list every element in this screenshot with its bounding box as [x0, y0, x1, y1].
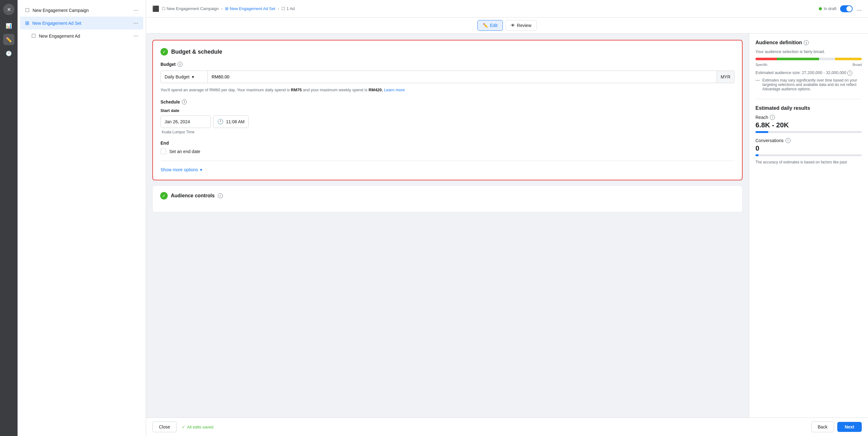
- review-eye-icon: 👁: [510, 23, 515, 28]
- audience-note: 〰 Estimates may vary significantly over …: [755, 78, 862, 91]
- start-time-input[interactable]: 🕐 11:08 AM: [213, 115, 249, 128]
- audience-definition-section: Audience definition i Your audience sele…: [755, 40, 862, 91]
- accuracy-note: The accuracy of estimates is based on fa…: [755, 160, 862, 164]
- breadcrumb-ad[interactable]: ☐ 1 Ad: [281, 6, 294, 11]
- clock-icon: 🕐: [6, 51, 12, 56]
- breadcrumb: ⬛ ☐ New Engagement Campaign › ⊞ New Enga…: [152, 5, 294, 12]
- top-nav-more-button[interactable]: ...: [857, 5, 862, 12]
- adset-more-button[interactable]: ···: [133, 20, 138, 26]
- main-content: ⬛ ☐ New Engagement Campaign › ⊞ New Enga…: [146, 0, 868, 436]
- learn-more-link[interactable]: Learn more: [384, 88, 405, 92]
- sidebar-item-adset[interactable]: ⊞ New Engagement Ad Set ···: [20, 17, 143, 29]
- budget-info-text: You'll spend an average of RM60 per day.…: [160, 87, 735, 93]
- end-date-checkbox[interactable]: [160, 149, 166, 154]
- sidebar-campaign-label: New Engagement Campaign: [33, 8, 89, 13]
- close-panel-button[interactable]: ✕: [3, 4, 14, 15]
- back-button[interactable]: Back: [811, 422, 834, 432]
- draft-label: In draft: [824, 6, 836, 11]
- sidebar-item-campaign[interactable]: ☐ New Engagement Campaign ···: [20, 4, 143, 17]
- clock-icon: 🕐: [217, 119, 223, 124]
- audience-check-icon: ✓: [160, 192, 168, 200]
- edit-pencil-icon: ✏️: [483, 23, 488, 28]
- start-date-label: Start date: [160, 108, 735, 113]
- conv-bar-fill: [755, 154, 758, 156]
- campaign-toggle[interactable]: [840, 5, 852, 12]
- breadcrumb-campaign[interactable]: ☐ New Engagement Campaign: [162, 6, 219, 11]
- currency-label: MYR: [717, 70, 735, 83]
- broad-label: Broad: [852, 63, 862, 66]
- audience-controls-header: ✓ Audience controls i: [160, 192, 735, 200]
- edit-review-bar: ✏️ Edit 👁 Review: [146, 18, 868, 34]
- show-more-button[interactable]: Show more options ▾: [160, 167, 202, 172]
- bottom-right: Back Next: [811, 422, 862, 432]
- audience-def-info-icon[interactable]: i: [804, 40, 809, 45]
- end-label: End: [160, 141, 735, 146]
- check-icon: ✓: [160, 48, 168, 56]
- conversations-info-icon[interactable]: i: [785, 138, 790, 143]
- audience-controls-card: ✓ Audience controls i: [152, 185, 743, 212]
- breadcrumb-folder-icon: ☐: [162, 6, 165, 11]
- card-header: ✓ Budget & schedule: [160, 48, 735, 56]
- estimated-results-section: Estimated daily results Reach i 6.8K - 2…: [755, 106, 862, 164]
- reach-label: Reach i: [755, 115, 862, 120]
- campaign-more-button[interactable]: ···: [133, 7, 138, 13]
- audience-controls-info-icon[interactable]: i: [218, 193, 223, 198]
- start-date-input[interactable]: Jan 26, 2024: [160, 115, 211, 128]
- budget-section-label: Budget i: [160, 62, 735, 67]
- breadcrumb-sep-1: ›: [221, 6, 223, 11]
- left-toolbar: ✕ 📊 ✏️ 🕐: [0, 0, 18, 436]
- card-title: Budget & schedule: [171, 49, 222, 55]
- budget-dropdown-icon: ▾: [192, 74, 194, 79]
- saved-indicator: ✓ All edits saved: [182, 425, 214, 429]
- budget-type-label: Daily Budget: [164, 74, 189, 79]
- budget-info-icon[interactable]: i: [178, 62, 182, 67]
- ad-more-button[interactable]: ···: [133, 33, 138, 39]
- audience-description: Your audience selection is fairly broad.: [755, 49, 862, 54]
- audience-size-info-icon[interactable]: i: [847, 70, 852, 76]
- sidebar-adset-label: New Engagement Ad Set: [32, 21, 81, 26]
- conversations-label: Conversations i: [755, 138, 862, 143]
- bottom-bar: Close ✓ All edits saved Back Next: [146, 417, 868, 436]
- reach-info-icon[interactable]: i: [770, 115, 775, 120]
- audience-bar-broad: [835, 58, 862, 60]
- schedule-section: Schedule i Start date Jan 26, 2024 🕐 11:…: [160, 99, 735, 134]
- start-date-row: Jan 26, 2024 🕐 11:08 AM: [160, 115, 735, 128]
- audience-controls-title: Audience controls: [171, 193, 215, 199]
- tab-edit[interactable]: ✏️ Edit: [477, 20, 503, 31]
- pencil-icon: ✏️: [6, 37, 12, 43]
- top-nav: ⬛ ☐ New Engagement Campaign › ⊞ New Enga…: [146, 0, 868, 18]
- analytics-icon-button[interactable]: 📊: [3, 20, 14, 31]
- breadcrumb-sep-2: ›: [278, 6, 279, 11]
- budget-type-select[interactable]: Daily Budget ▾: [160, 70, 208, 83]
- audience-size: Estimated audience size: 27,200,000 - 32…: [755, 70, 862, 76]
- checkmark-icon: ✓: [182, 425, 185, 429]
- specific-label: Specific: [755, 63, 768, 66]
- campaign-folder-icon: ☐: [25, 7, 29, 13]
- history-icon-button[interactable]: 🕐: [3, 48, 14, 59]
- close-icon: ✕: [7, 7, 11, 12]
- audience-definition-title: Audience definition i: [755, 40, 862, 46]
- reach-bar-fill: [755, 131, 768, 133]
- sidebar-ad-label: New Engagement Ad: [39, 34, 80, 38]
- close-button[interactable]: Close: [152, 422, 177, 432]
- schedule-label: Schedule i: [160, 99, 735, 105]
- adset-grid-icon: ⊞: [25, 20, 29, 26]
- budget-row: Daily Budget ▾ MYR: [160, 70, 735, 83]
- breadcrumb-ad-icon: ☐: [281, 6, 285, 11]
- next-button[interactable]: Next: [837, 422, 862, 432]
- budget-amount-input[interactable]: [208, 70, 717, 83]
- edit-icon-button[interactable]: ✏️: [3, 34, 14, 45]
- card-divider: [160, 161, 735, 161]
- chevron-down-icon: ▾: [200, 167, 202, 172]
- top-nav-right: In draft ...: [819, 5, 862, 12]
- sidebar-toggle-icon[interactable]: ⬛: [152, 5, 159, 12]
- audience-bar-labels: Specific Broad: [755, 63, 862, 66]
- tab-review[interactable]: 👁 Review: [505, 20, 537, 31]
- sidebar-item-ad[interactable]: ☐ New Engagement Ad ···: [26, 29, 143, 42]
- draft-indicator: In draft: [819, 6, 836, 11]
- schedule-info-icon[interactable]: i: [182, 99, 187, 105]
- main-panel: ✓ Budget & schedule Budget i Daily Budge…: [146, 34, 749, 417]
- breadcrumb-adset[interactable]: ⊞ New Engagement Ad Set: [225, 6, 275, 11]
- reach-bar: [755, 131, 862, 133]
- content-area: ✓ Budget & schedule Budget i Daily Budge…: [146, 34, 868, 417]
